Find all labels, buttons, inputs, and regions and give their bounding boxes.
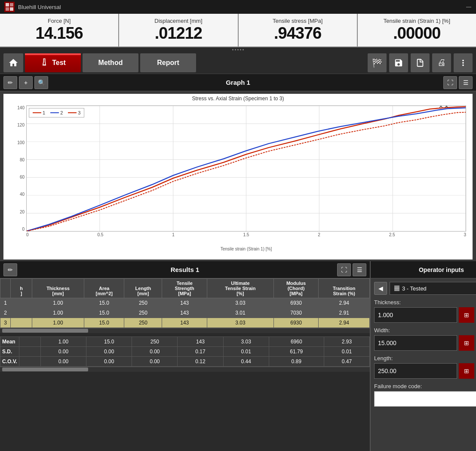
length-field: Length: ⊞ mm ▼ — [374, 355, 476, 379]
cov-modulus: 0.89 — [269, 357, 324, 367]
chart-plot-area: ✕ ✕ 1 2 — [26, 105, 466, 232]
thickness-keypad-button[interactable]: ⊞ — [459, 307, 474, 323]
specimen-nav: ◀ 3 - Tested ▶ — [374, 282, 476, 295]
results-fullscreen-button[interactable]: ⛶ — [337, 263, 351, 276]
graph-fullscreen-button[interactable]: ⛶ — [443, 76, 457, 89]
x-axis-label: Tensile strain (Strain 1) [%] — [26, 247, 466, 251]
thickness-label: Thickness: — [374, 299, 476, 306]
squeeze-handle[interactable] — [0, 47, 476, 52]
bottom-h-scrollbar[interactable] — [0, 367, 370, 372]
row-ult-tensile-strain-1: 3.03 — [207, 298, 273, 308]
sd-tensile-strength: 0.17 — [178, 347, 223, 357]
metric-tensile-strain-value: .00000 — [393, 24, 440, 43]
tab-report[interactable]: Report — [140, 53, 196, 72]
stats-separator — [0, 333, 370, 337]
sd-length: 0.00 — [132, 347, 178, 357]
table-row: 2 1.00 15.0 250 143 3.01 7030 2.91 — [0, 308, 370, 318]
open-button[interactable] — [411, 53, 430, 72]
metric-tensile-strain-label: Tensile strain (Strain 1) [%] — [384, 18, 450, 24]
results-edit-icon[interactable]: ✏ — [3, 263, 17, 276]
results-menu-button[interactable]: ☰ — [353, 263, 366, 276]
svg-text:✕: ✕ — [439, 106, 443, 109]
mean-row: Mean 1.00 15.0 250 143 3.03 6960 2.93 — [0, 337, 370, 347]
row-tensile-strength-3: 143 — [162, 318, 207, 328]
results-table-wrapper[interactable]: h] Thickness[mm] Area[mm^2] Length[mm] T… — [0, 278, 370, 451]
sd-ult-tensile-strain: 0.01 — [223, 347, 269, 357]
graph-tools: ✏ + 🔍 — [3, 76, 48, 89]
stats-table: Mean 1.00 15.0 250 143 3.03 6960 2.93 S.… — [0, 337, 370, 367]
row-tensile-strength-1: 143 — [162, 298, 207, 308]
graph-panel-header: ✏ + 🔍 Graph 1 ⛶ ☰ — [0, 74, 476, 91]
mean-label: Mean — [0, 337, 19, 347]
row-transition-strain-2: 2.91 — [319, 308, 370, 318]
width-input[interactable] — [374, 335, 457, 351]
length-keypad-button[interactable]: ⊞ — [459, 363, 474, 379]
row-h-3 — [11, 318, 32, 328]
sd-area: 0.00 — [86, 347, 132, 357]
home-button[interactable] — [3, 53, 23, 72]
y-tick-60: 60 — [20, 175, 25, 179]
chart-container: Stress vs. Axial Strain (Specimen 1 to 3… — [3, 94, 473, 259]
bottom-h-scrollbar-handle[interactable] — [2, 368, 88, 371]
results-edit-button[interactable]: ✏ — [3, 263, 17, 276]
thickness-input[interactable] — [374, 307, 457, 323]
save-button[interactable] — [389, 53, 408, 72]
y-tick-100: 100 — [17, 140, 25, 145]
more-button[interactable] — [454, 53, 473, 72]
legend-line-1 — [33, 112, 41, 113]
mean-tensile-strength: 143 — [178, 337, 223, 347]
h-scrollbar-handle[interactable] — [2, 329, 88, 333]
metric-force-value: 14.156 — [36, 24, 83, 43]
graph-actions: ⛶ ☰ — [443, 76, 473, 89]
cov-area: 0.00 — [86, 357, 132, 367]
row-h-2 — [11, 308, 32, 318]
row-transition-strain-3: 2.94 — [319, 318, 370, 328]
x-tick-2: 2 — [318, 232, 320, 237]
row-area-3: 15.0 — [84, 318, 124, 328]
failure-mode-input[interactable] — [374, 391, 476, 407]
metric-force-label: Force [N] — [48, 18, 71, 24]
squeeze-dots — [232, 49, 244, 50]
table-row: 1 1.00 15.0 250 143 3.03 6930 2.94 — [0, 298, 370, 308]
y-tick-80: 80 — [20, 158, 25, 162]
title-bar: Bluehill Universal — — [0, 0, 476, 14]
tab-report-label: Report — [157, 59, 179, 67]
print-button[interactable]: 🖨 — [432, 53, 451, 72]
graph-edit-button[interactable]: ✏ — [3, 76, 17, 89]
mean-transition-strain: 2.93 — [324, 337, 369, 347]
x-tick-15: 1.5 — [243, 232, 249, 237]
specimen-prev-button[interactable]: ◀ — [374, 282, 387, 295]
row-h-1 — [11, 298, 32, 308]
tab-method[interactable]: Method — [83, 53, 138, 72]
row-length-2: 250 — [124, 308, 162, 318]
graph-menu-button[interactable]: ☰ — [459, 76, 473, 89]
window-controls: — — [466, 4, 472, 10]
mean-h — [19, 337, 40, 347]
mean-length: 250 — [132, 337, 178, 347]
sd-modulus: 61.79 — [269, 347, 324, 357]
minimize-button[interactable]: — — [466, 4, 472, 10]
width-label: Width: — [374, 327, 476, 334]
mean-ult-tensile-strain: 3.03 — [223, 337, 269, 347]
sd-transition-strain: 0.01 — [324, 347, 369, 357]
y-tick-0: 0 — [22, 227, 25, 232]
mean-area: 15.0 — [86, 337, 132, 347]
legend-item-1: 1 — [33, 110, 45, 115]
col-header-h: h] — [11, 279, 32, 298]
graph-zoom-button[interactable]: 🔍 — [34, 76, 48, 89]
failure-mode-label: Failure mode code: — [374, 383, 476, 389]
row-thickness-2: 1.00 — [32, 308, 84, 318]
row-ult-tensile-strain-3: 3.03 — [207, 318, 273, 328]
flag-button[interactable]: 🏁 — [368, 53, 387, 72]
length-row: ⊞ mm ▼ — [374, 363, 476, 379]
y-axis-ticks: 140 120 100 80 60 40 20 0 — [6, 105, 26, 232]
metric-tensile-stress: Tensile stress [MPa] .94376 — [239, 14, 358, 46]
graph-add-button[interactable]: + — [19, 76, 33, 89]
nav-bar: Test Method Report 🏁 🖨 — [0, 52, 476, 74]
mean-modulus: 6960 — [269, 337, 324, 347]
length-input[interactable] — [374, 363, 457, 379]
h-scrollbar[interactable] — [0, 328, 370, 333]
svg-rect-0 — [6, 3, 9, 6]
tab-test[interactable]: Test — [25, 53, 81, 72]
width-keypad-button[interactable]: ⊞ — [459, 335, 474, 351]
